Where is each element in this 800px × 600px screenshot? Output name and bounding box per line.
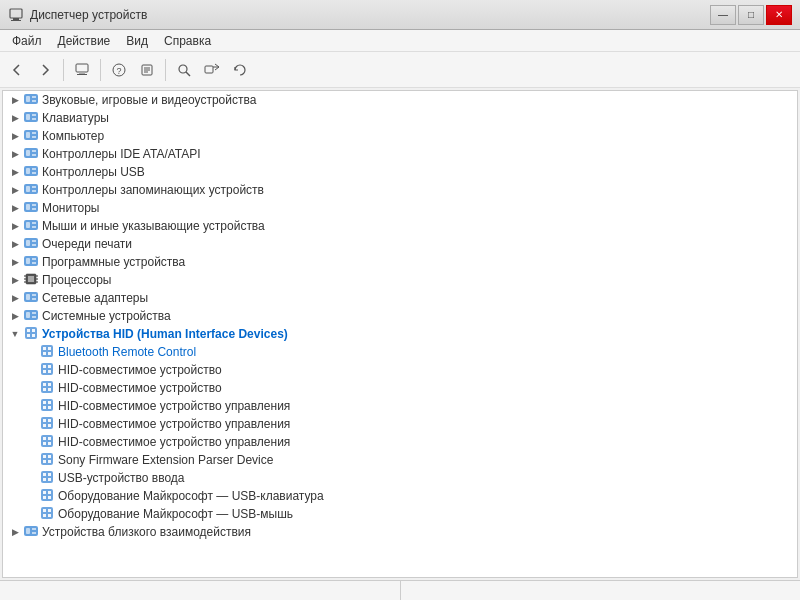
tree-item-computer[interactable]: Компьютер (3, 127, 797, 145)
expander-hid4 (23, 416, 39, 432)
svg-rect-22 (32, 114, 36, 116)
device-tree[interactable]: Звуковые, игровые и видеоустройства Клав… (3, 91, 797, 577)
refresh-btn[interactable] (227, 57, 253, 83)
tree-item-software[interactable]: Программные устройства (3, 253, 797, 271)
expander-storage (7, 182, 23, 198)
toolbar-separator-1 (63, 59, 64, 81)
svg-rect-104 (48, 437, 51, 440)
tree-item-network[interactable]: Сетевые адаптеры (3, 289, 797, 307)
svg-rect-115 (43, 478, 46, 481)
menu-view[interactable]: Вид (118, 32, 156, 50)
close-button[interactable]: ✕ (766, 5, 792, 25)
device-icon-software (23, 253, 42, 272)
svg-rect-91 (48, 388, 51, 391)
tree-item-hid4[interactable]: HID-совместимое устройство управления (3, 415, 797, 433)
tree-item-hid5[interactable]: HID-совместимое устройство управления (3, 433, 797, 451)
svg-rect-85 (43, 370, 46, 373)
tree-item-sony[interactable]: Sony Firmware Extension Parser Device (3, 451, 797, 469)
svg-rect-0 (10, 9, 22, 18)
maximize-button[interactable]: □ (738, 5, 764, 25)
svg-rect-118 (43, 491, 46, 494)
status-bar (0, 580, 800, 600)
tree-item-mice[interactable]: Мыши и иные указывающие устройства (3, 217, 797, 235)
device-label-hid: Устройства HID (Human Interface Devices) (42, 327, 288, 341)
tree-item-hid1[interactable]: HID-совместимое устройство (3, 361, 797, 379)
menu-help[interactable]: Справка (156, 32, 219, 50)
device-label-keyboards: Клавиатуры (42, 111, 109, 125)
device-label-monitors: Мониторы (42, 201, 99, 215)
svg-rect-109 (48, 455, 51, 458)
svg-rect-128 (26, 528, 30, 534)
device-label-usb: Контроллеры USB (42, 165, 145, 179)
svg-text:?: ? (116, 66, 121, 76)
svg-rect-122 (41, 507, 53, 519)
properties-btn[interactable] (134, 57, 160, 83)
tree-item-ms-mouse[interactable]: Оборудование Майкрософт — USB-мышь (3, 505, 797, 523)
expander-keyboards (7, 110, 23, 126)
svg-rect-130 (32, 532, 36, 534)
svg-rect-129 (32, 528, 36, 530)
tree-item-bluetooth-remote[interactable]: Bluetooth Remote Control (3, 343, 797, 361)
tree-item-hid3[interactable]: HID-совместимое устройство управления (3, 397, 797, 415)
tree-item-printers[interactable]: Очереди печати (3, 235, 797, 253)
tree-item-ms-keyboard[interactable]: Оборудование Майкрософт — USB-клавиатура (3, 487, 797, 505)
minimize-button[interactable]: — (710, 5, 736, 25)
expander-system (7, 308, 23, 324)
svg-rect-113 (43, 473, 46, 476)
status-extra (401, 581, 797, 600)
device-label-hid1: HID-совместимое устройство (58, 363, 222, 377)
tree-item-usb[interactable]: Контроллеры USB (3, 163, 797, 181)
device-label-bluetooth-remote: Bluetooth Remote Control (58, 345, 196, 359)
menu-file[interactable]: Файл (4, 32, 50, 50)
tree-item-usb-input[interactable]: USB-устройство ввода (3, 469, 797, 487)
tree-item-cpu[interactable]: Процессоры (3, 271, 797, 289)
app-icon (8, 7, 24, 23)
svg-rect-19 (32, 100, 36, 102)
svg-rect-51 (32, 244, 36, 246)
tree-item-hid2[interactable]: HID-совместимое устройство (3, 379, 797, 397)
svg-rect-77 (41, 345, 53, 357)
update-driver-btn[interactable] (199, 57, 225, 83)
expander-hid3 (23, 398, 39, 414)
toolbar-separator-2 (100, 59, 101, 81)
svg-rect-17 (26, 96, 30, 102)
expander-bluetooth-remote (23, 344, 39, 360)
expander-printers (7, 236, 23, 252)
back-button[interactable] (4, 57, 30, 83)
svg-rect-43 (32, 208, 36, 210)
main-content: Звуковые, игровые и видеоустройства Клав… (2, 90, 798, 578)
svg-rect-69 (26, 312, 30, 318)
computer-icon-btn[interactable] (69, 57, 95, 83)
help-btn[interactable]: ? (106, 57, 132, 83)
svg-rect-84 (48, 365, 51, 368)
expander-ms-mouse (23, 506, 39, 522)
svg-rect-97 (41, 417, 53, 429)
expander-computer (7, 128, 23, 144)
tree-item-hid[interactable]: Устройства HID (Human Interface Devices) (3, 325, 797, 343)
tree-item-ide[interactable]: Контроллеры IDE ATA/ATAPI (3, 145, 797, 163)
expander-mice (7, 218, 23, 234)
svg-rect-95 (43, 406, 46, 409)
svg-rect-2 (11, 20, 21, 21)
device-label-ide: Контроллеры IDE ATA/ATAPI (42, 147, 201, 161)
expander-usb-input (23, 470, 39, 486)
tree-item-keyboards[interactable]: Клавиатуры (3, 109, 797, 127)
svg-rect-23 (32, 118, 36, 120)
device-label-ms-keyboard: Оборудование Майкрософт — USB-клавиатура (58, 489, 324, 503)
tree-item-system[interactable]: Системные устройства (3, 307, 797, 325)
device-icon-usb-input (39, 469, 58, 488)
scan-btn[interactable] (171, 57, 197, 83)
tree-item-sound[interactable]: Звуковые, игровые и видеоустройства (3, 91, 797, 109)
expander-ide (7, 146, 23, 162)
tree-item-monitors[interactable]: Мониторы (3, 199, 797, 217)
toolbar: ? (0, 52, 800, 88)
tree-item-bluetooth[interactable]: Устройства близкого взаимодействия (3, 523, 797, 541)
svg-line-13 (186, 72, 190, 76)
menu-action[interactable]: Действие (50, 32, 119, 50)
svg-rect-102 (41, 435, 53, 447)
forward-button[interactable] (32, 57, 58, 83)
tree-item-storage[interactable]: Контроллеры запоминающих устройств (3, 181, 797, 199)
svg-rect-65 (26, 294, 30, 300)
expander-usb (7, 164, 23, 180)
device-label-mice: Мыши и иные указывающие устройства (42, 219, 265, 233)
